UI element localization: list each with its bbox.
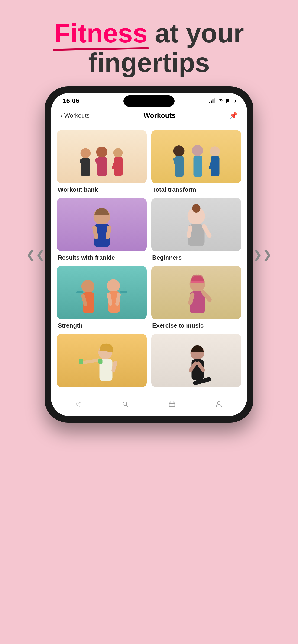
phone-notch [123,95,175,107]
svg-point-0 [81,148,91,158]
battery-icon [226,98,235,103]
phone-screen: 16:06 [51,93,247,416]
workout-card-5[interactable]: Strength [57,266,147,329]
arrow-left-icon[interactable]: ❮❮ [26,248,46,261]
nav-title: Workouts [144,112,176,120]
workout-card-6[interactable]: Exercise to music [151,266,241,329]
workout-card-7[interactable] [57,334,147,390]
svg-point-27 [82,280,95,293]
svg-point-23 [192,204,200,212]
svg-point-13 [192,145,203,156]
hero-accent-word: Fitness [54,18,148,48]
status-time: 16:06 [63,97,79,104]
svg-rect-42 [81,358,100,365]
hero-section: Fitness at your fingertips [0,0,298,86]
status-icons [209,98,235,104]
svg-point-15 [210,146,220,156]
workout-label-4: Beginners [151,254,241,261]
workout-image-8 [151,334,241,387]
workout-image-7 [57,334,147,387]
workout-label-5: Strength [57,322,147,329]
arrow-right-icon[interactable]: ❯❯ [252,248,272,261]
wifi-icon [218,98,223,104]
phone-frame: 16:06 [45,86,253,422]
svg-point-10 [173,145,184,156]
calendar-icon [168,400,175,409]
svg-rect-44 [98,359,103,364]
workout-label-1: Workout bank [57,186,147,193]
svg-rect-43 [79,359,83,364]
workout-image-4 [151,198,241,251]
svg-point-57 [217,402,220,404]
workout-label-6: Exercise to music [151,322,241,329]
pin-icon[interactable]: 📌 [229,112,238,120]
chevron-left-icon: ‹ [60,112,63,119]
bottom-nav-home[interactable]: ♡ [76,401,82,409]
workout-label-3: Results with frankie [57,254,147,261]
workout-card-2[interactable]: Total transform [151,130,241,193]
search-icon [122,400,129,409]
phone-wrapper: ❮❮ ❯❯ 16:06 [45,86,253,422]
workout-grid: Workout bank [51,124,247,396]
svg-point-30 [107,279,120,292]
svg-rect-14 [194,156,202,177]
workout-image-3 [57,198,147,251]
workout-label-2: Total transform [151,186,241,193]
svg-rect-35 [120,291,127,293]
workout-image-5 [57,266,147,319]
home-heart-icon: ♡ [76,401,82,409]
bottom-nav-calendar[interactable] [168,400,175,409]
svg-rect-53 [169,402,175,406]
back-button[interactable]: ‹ Workouts [60,112,90,119]
hero-plain-text: at your [155,18,244,48]
workout-image-2 [151,130,241,183]
svg-line-52 [126,405,128,407]
app-nav-bar: ‹ Workouts Workouts 📌 [51,107,247,124]
profile-icon [215,400,222,409]
workout-image-6 [151,266,241,319]
bottom-nav-profile[interactable] [215,400,222,409]
svg-rect-34 [76,292,83,293]
bottom-nav: ♡ [51,396,247,416]
workout-card-4[interactable]: Beginners [151,198,241,261]
workout-image-1 [57,130,147,183]
bottom-nav-search[interactable] [122,400,129,409]
workout-card-1[interactable]: Workout bank [57,130,147,193]
workout-card-3[interactable]: Results with frankie [57,198,147,261]
svg-point-4 [96,146,107,158]
workout-card-8[interactable] [151,334,241,390]
status-bar: 16:06 [51,93,247,107]
back-label: Workouts [64,112,90,119]
hero-line1: Fitness at your [14,18,284,48]
svg-point-7 [114,148,123,158]
hero-line2: fingertips [14,48,284,78]
signal-icon [209,98,215,104]
